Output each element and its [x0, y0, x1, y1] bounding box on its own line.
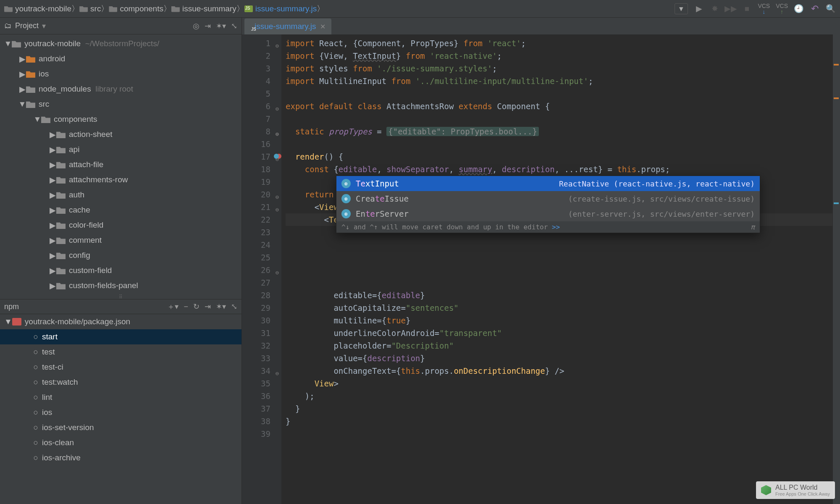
line-number[interactable]: 32: [242, 339, 270, 352]
add-icon[interactable]: ＋▾: [167, 302, 178, 312]
code-line[interactable]: }: [286, 415, 832, 428]
revert-icon[interactable]: ↶: [810, 4, 820, 14]
tree-arrow-icon[interactable]: ▶: [49, 145, 56, 155]
npm-script-item[interactable]: ○ios: [0, 405, 242, 420]
tree-item[interactable]: ▶api: [0, 142, 242, 157]
line-number[interactable]: 3: [242, 62, 270, 75]
line-number[interactable]: 37: [242, 402, 270, 415]
code-line[interactable]: }: [286, 402, 832, 415]
code-line[interactable]: [286, 264, 832, 276]
remove-icon[interactable]: −: [184, 302, 188, 311]
tree-item[interactable]: ▼youtrack-mobile ~/WebstormProjects/: [0, 36, 242, 51]
collapse-icon[interactable]: ⇥: [205, 302, 211, 311]
breadcrumb-item[interactable]: components: [109, 4, 163, 13]
tree-item[interactable]: ▼components: [0, 112, 242, 127]
line-number[interactable]: 23: [242, 226, 270, 239]
fold-icon[interactable]: ⊖: [276, 102, 279, 115]
line-number[interactable]: 33: [242, 352, 270, 365]
line-number[interactable]: 19: [242, 176, 270, 188]
npm-script-item[interactable]: ○lint: [0, 390, 242, 405]
tree-arrow-icon[interactable]: ▶: [49, 281, 56, 291]
line-number[interactable]: 29: [242, 302, 270, 314]
line-number[interactable]: 27: [242, 276, 270, 289]
tree-item[interactable]: ▶config: [0, 248, 242, 263]
collapse-icon[interactable]: ⇥: [205, 21, 211, 31]
debug-icon[interactable]: ✸: [710, 4, 720, 14]
line-number[interactable]: 17⊖: [242, 150, 270, 163]
fold-icon[interactable]: ⊖: [276, 203, 279, 216]
pi-icon[interactable]: π: [751, 223, 755, 231]
code-line[interactable]: [286, 239, 832, 251]
tree-arrow-icon[interactable]: ▶: [18, 84, 26, 94]
line-number[interactable]: 18: [242, 163, 270, 176]
tree-arrow-icon[interactable]: ▼: [4, 317, 12, 326]
npm-script-item[interactable]: ○ios-archive: [0, 450, 242, 465]
fold-icon[interactable]: ⊖: [276, 266, 279, 279]
code-completion-popup[interactable]: ⊕TextInputReactNative (react-native.js, …: [336, 176, 760, 233]
line-number[interactable]: 25: [242, 251, 270, 264]
vcs-commit-icon[interactable]: VCS↑: [776, 3, 788, 15]
fold-icon[interactable]: ⊖: [276, 367, 279, 380]
npm-tree[interactable]: ▼youtrack-mobile/package.json○start○test…: [0, 314, 242, 465]
tree-item[interactable]: ▶attach-file: [0, 157, 242, 172]
npm-script-item[interactable]: ○test-ci: [0, 360, 242, 375]
tree-item[interactable]: ▶auth: [0, 187, 242, 202]
history-icon[interactable]: 🕘: [794, 4, 804, 14]
npm-script-item[interactable]: ○test: [0, 344, 242, 360]
code-line[interactable]: autoCapitalize="sentences": [286, 302, 832, 314]
gear-icon[interactable]: ✶▾: [216, 21, 226, 31]
line-number[interactable]: 24: [242, 239, 270, 251]
tree-item[interactable]: ▶comment: [0, 233, 242, 248]
tree-divider[interactable]: ⠿: [0, 295, 242, 299]
npm-root[interactable]: ▼youtrack-mobile/package.json: [0, 314, 242, 329]
line-number[interactable]: 39: [242, 428, 270, 440]
tree-arrow-icon[interactable]: ▶: [18, 69, 26, 79]
tree-arrow-icon[interactable]: ▶: [49, 190, 56, 200]
breadcrumb-item[interactable]: src: [79, 4, 101, 13]
code-line[interactable]: [286, 113, 832, 125]
code-line[interactable]: [286, 251, 832, 264]
line-number[interactable]: 6⊖: [242, 100, 270, 113]
search-icon[interactable]: 🔍: [826, 4, 836, 14]
line-number[interactable]: 8⊖⊕: [242, 125, 270, 138]
line-number[interactable]: 21⊖: [242, 201, 270, 213]
code-line[interactable]: );: [286, 390, 832, 402]
tree-arrow-icon[interactable]: ▶: [49, 266, 56, 276]
code-line[interactable]: const {editable, showSeparator, summary,…: [286, 163, 832, 176]
code-line[interactable]: [286, 276, 832, 289]
vcs-update-icon[interactable]: VCS↓: [758, 3, 770, 15]
line-number[interactable]: 31: [242, 327, 270, 339]
tree-arrow-icon[interactable]: ▶: [49, 175, 56, 185]
code-line[interactable]: import {View, TextInput} from 'react-nat…: [286, 50, 832, 62]
project-tree[interactable]: ▼youtrack-mobile ~/WebstormProjects/▶and…: [0, 34, 242, 295]
completion-item[interactable]: ⊕TextInputReactNative (react-native.js, …: [336, 176, 760, 191]
tree-arrow-icon[interactable]: ▼: [34, 115, 41, 124]
npm-script-item[interactable]: ○ios-clean: [0, 435, 242, 450]
tree-arrow-icon[interactable]: ▼: [18, 100, 26, 109]
code-line[interactable]: multiline={true}: [286, 314, 832, 327]
code-line[interactable]: render() {: [286, 150, 832, 163]
project-tool-header[interactable]: 🗂Project ▾ ◎ ⇥ ✶▾ ⤡: [0, 18, 242, 34]
tree-arrow-icon[interactable]: ▶: [18, 54, 26, 64]
tree-item[interactable]: ▶node_modules library root: [0, 81, 242, 97]
stop-icon[interactable]: ■: [742, 4, 752, 14]
tree-arrow-icon[interactable]: ▶: [49, 205, 56, 215]
line-number[interactable]: 30: [242, 314, 270, 327]
editor-tab[interactable]: issue-summary.js ✕: [244, 18, 331, 34]
breadcrumb-item[interactable]: youtrack-mobile: [4, 4, 71, 13]
tree-arrow-icon[interactable]: ▼: [4, 39, 12, 48]
tree-item[interactable]: ▶custom-field: [0, 263, 242, 278]
tree-arrow-icon[interactable]: ▶: [49, 236, 56, 245]
tree-item[interactable]: ▶ios: [0, 66, 242, 81]
code-line[interactable]: editable={editable}: [286, 289, 832, 302]
tree-arrow-icon[interactable]: ▶: [49, 220, 56, 230]
completion-item[interactable]: ⊕CreateIssue(create-issue.js, src/views/…: [336, 191, 760, 206]
npm-tool-header[interactable]: npm ＋▾ − ↻ ⇥ ✶▾ ⤡: [0, 299, 242, 314]
line-number[interactable]: 7: [242, 113, 270, 125]
fold-icon[interactable]: ⊖: [276, 39, 279, 52]
code-line[interactable]: import styles from './issue-summary.styl…: [286, 62, 832, 75]
reload-icon[interactable]: ↻: [193, 302, 200, 311]
code-line[interactable]: value={description}: [286, 352, 832, 365]
code-line[interactable]: underlineColorAndroid="transparent": [286, 327, 832, 339]
hide-icon[interactable]: ⤡: [231, 302, 237, 311]
